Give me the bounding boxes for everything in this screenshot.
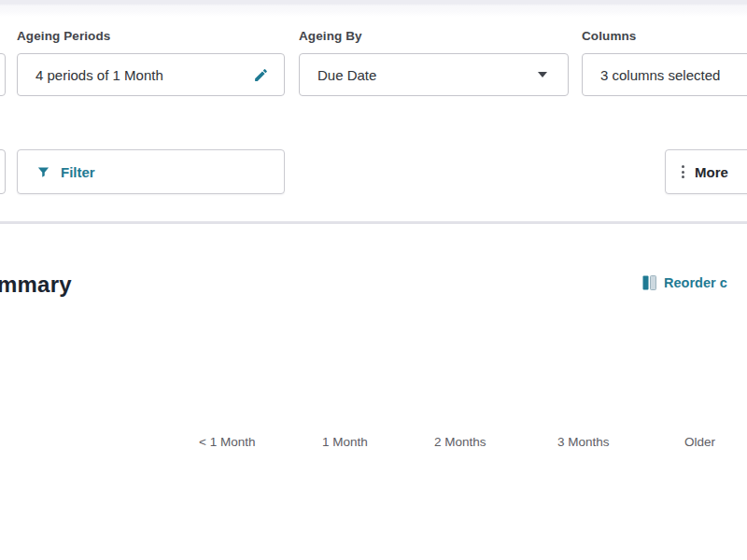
column-header-lt-1-month: < 1 Month	[199, 435, 255, 449]
column-header-2-months: 2 Months	[434, 435, 486, 449]
column-header-older: Older	[684, 435, 715, 449]
ageing-by-select[interactable]: Due Date	[299, 53, 569, 96]
section-divider	[0, 221, 747, 224]
reorder-columns-link[interactable]: Reorder c	[642, 275, 727, 290]
columns-select[interactable]: 3 columns selected	[582, 53, 747, 96]
columns-value: 3 columns selected	[600, 67, 720, 83]
columns-label: Columns	[582, 29, 636, 43]
ageing-periods-value: 4 periods of 1 Month	[35, 67, 163, 83]
column-header-1-month: 1 Month	[322, 435, 368, 449]
pencil-icon[interactable]	[253, 67, 269, 83]
columns-icon	[642, 275, 656, 290]
ageing-by-label: Ageing By	[299, 29, 362, 43]
more-button-label: More	[695, 164, 728, 180]
filter-button[interactable]: Filter	[17, 149, 285, 194]
ageing-periods-input[interactable]: 4 periods of 1 Month	[17, 53, 285, 96]
ageing-periods-label: Ageing Periods	[17, 29, 110, 43]
ageing-by-value: Due Date	[317, 67, 376, 83]
cropped-input-fragment[interactable]	[0, 53, 6, 96]
report-title-partial: mmary	[0, 272, 72, 298]
funnel-icon	[36, 165, 50, 179]
kebab-icon	[682, 165, 684, 178]
page-top-band	[0, 0, 747, 17]
more-button[interactable]: More	[665, 149, 747, 194]
caret-down-icon	[538, 72, 553, 77]
reorder-link-label: Reorder c	[664, 275, 727, 290]
filter-button-label: Filter	[61, 164, 95, 180]
cropped-button-fragment[interactable]	[0, 149, 6, 194]
column-header-3-months: 3 Months	[557, 435, 610, 449]
